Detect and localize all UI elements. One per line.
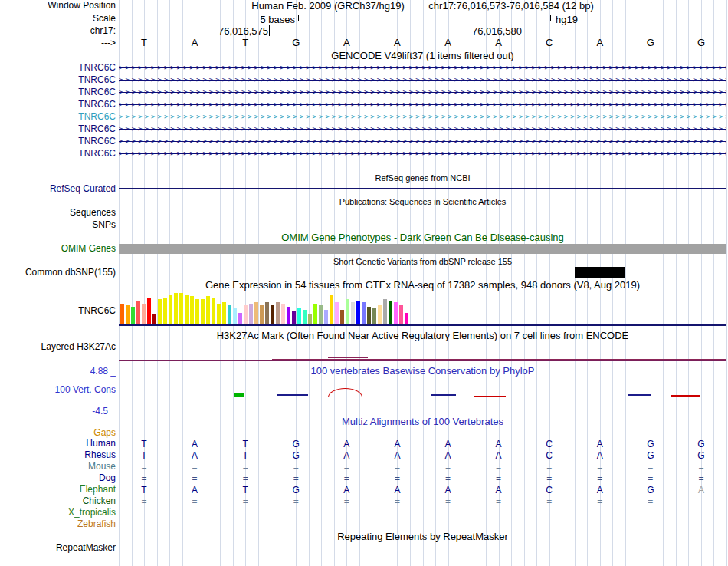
gtex-bar[interactable] xyxy=(206,296,210,325)
snps-track-label[interactable]: SNPs xyxy=(0,220,116,230)
species-label-dog[interactable]: Dog xyxy=(0,473,116,483)
species-label-human[interactable]: Human xyxy=(0,439,116,449)
gtex-bar[interactable] xyxy=(308,314,312,325)
gtex-bar[interactable] xyxy=(346,299,349,325)
gtex-bar[interactable] xyxy=(399,305,403,325)
h3k27ac-signal-base[interactable] xyxy=(119,360,726,361)
gtex-bar[interactable] xyxy=(217,304,221,325)
gtex-gene-label[interactable]: TNRC6C xyxy=(0,306,116,316)
gtex-bar[interactable] xyxy=(163,298,167,325)
refseq-curated-feature[interactable] xyxy=(119,188,726,189)
gene-label[interactable]: TNRC6C xyxy=(0,87,116,97)
gene-label[interactable]: TNRC6C xyxy=(0,124,116,134)
gtex-bar[interactable] xyxy=(340,310,344,325)
gtex-bar[interactable] xyxy=(276,302,280,325)
gene-label[interactable]: TNRC6C xyxy=(0,100,116,110)
gtex-bar[interactable] xyxy=(330,295,333,325)
gtex-bar[interactable] xyxy=(297,308,301,325)
transcript-8[interactable]: >>>>>>>>>>>>>>>>>>>>>>>>>>>>>>>>>>>>>>>>… xyxy=(119,147,726,160)
gtex-bar[interactable] xyxy=(319,305,323,325)
transcript-2[interactable]: >>>>>>>>>>>>>>>>>>>>>>>>>>>>>>>>>>>>>>>>… xyxy=(119,74,726,86)
gtex-bar[interactable] xyxy=(201,299,205,325)
repeatmasker-label[interactable]: RepeatMasker xyxy=(0,543,116,553)
dbsnp-title: Short Genetic Variants from dbSNP releas… xyxy=(119,256,726,267)
gene-label[interactable]: TNRC6C xyxy=(0,149,116,159)
layered-h3k27ac-label[interactable]: Layered H3K27Ac xyxy=(0,342,116,352)
transcript-3[interactable]: >>>>>>>>>>>>>>>>>>>>>>>>>>>>>>>>>>>>>>>>… xyxy=(119,86,726,98)
gtex-bar[interactable] xyxy=(271,305,274,325)
gtex-bar[interactable] xyxy=(136,301,140,325)
gaps-label[interactable]: Gaps xyxy=(0,428,116,438)
h3k27ac-signal-peak[interactable] xyxy=(328,357,368,358)
gtex-bar[interactable] xyxy=(212,298,215,325)
gtex-bar[interactable] xyxy=(179,293,183,325)
gtex-bar[interactable] xyxy=(281,304,285,325)
transcript-5[interactable]: >>>>>>>>>>>>>>>>>>>>>>>>>>>>>>>>>>>>>>>>… xyxy=(119,110,726,123)
gtex-bar[interactable] xyxy=(120,304,124,325)
gtex-bar[interactable] xyxy=(324,310,328,325)
omim-gene-feature[interactable] xyxy=(119,244,726,254)
alignment-cell: = xyxy=(625,473,676,484)
dbsnp-variant-feature[interactable] xyxy=(575,267,625,278)
gtex-bar[interactable] xyxy=(126,305,130,325)
gtex-bar[interactable] xyxy=(131,307,135,325)
gtex-bar[interactable] xyxy=(254,302,258,325)
species-label-elephant[interactable]: Elephant xyxy=(0,485,116,495)
gtex-bar[interactable] xyxy=(195,299,199,325)
sequences-track-label[interactable]: Sequences xyxy=(0,208,116,218)
scale-label[interactable]: Scale xyxy=(0,14,116,24)
gtex-bar[interactable] xyxy=(313,304,317,325)
species-label-x_tropicalis[interactable]: X_tropicalis xyxy=(0,508,116,518)
gtex-bar[interactable] xyxy=(260,305,264,325)
gtex-bar[interactable] xyxy=(222,302,226,325)
gtex-bar[interactable] xyxy=(228,305,231,325)
omim-genes-label[interactable]: OMIM Genes xyxy=(0,244,116,254)
gtex-bar[interactable] xyxy=(362,302,366,325)
gene-label[interactable]: TNRC6C xyxy=(0,137,116,146)
refseq-curated-label[interactable]: RefSeq Curated xyxy=(0,184,116,194)
gtex-bar[interactable] xyxy=(185,295,189,325)
gene-label[interactable]: TNRC6C xyxy=(0,112,116,122)
gtex-bar[interactable] xyxy=(152,314,156,325)
gene-label[interactable]: TNRC6C xyxy=(0,75,116,85)
gtex-bar[interactable] xyxy=(303,310,307,325)
gtex-bar[interactable] xyxy=(142,304,146,325)
gtex-bar[interactable] xyxy=(249,304,253,325)
multiz-title: Multiz Alignments of 100 Vertebrates xyxy=(119,416,726,427)
vert-cons-label[interactable]: 100 Vert. Cons xyxy=(0,385,116,395)
gtex-bar[interactable] xyxy=(233,308,237,325)
gtex-bar[interactable] xyxy=(174,293,178,325)
transcript-7[interactable]: >>>>>>>>>>>>>>>>>>>>>>>>>>>>>>>>>>>>>>>>… xyxy=(119,135,726,147)
transcript-1[interactable]: >>>>>>>>>>>>>>>>>>>>>>>>>>>>>>>>>>>>>>>>… xyxy=(119,61,726,74)
gtex-bar[interactable] xyxy=(244,305,248,325)
gtex-bar[interactable] xyxy=(287,307,290,325)
gtex-bar[interactable] xyxy=(356,301,360,325)
gtex-bar[interactable] xyxy=(265,302,269,325)
gtex-bar[interactable] xyxy=(367,307,371,325)
species-label-mouse[interactable]: Mouse xyxy=(0,462,116,472)
gtex-bar[interactable] xyxy=(147,298,151,325)
gtex-bar[interactable] xyxy=(335,302,339,325)
gtex-bar[interactable] xyxy=(238,313,242,325)
h3k27ac-signal-raised[interactable] xyxy=(272,359,726,360)
gtex-bar[interactable] xyxy=(378,305,382,325)
gtex-bar[interactable] xyxy=(389,301,392,325)
gtex-bar[interactable] xyxy=(351,302,355,325)
species-label-chicken[interactable]: Chicken xyxy=(0,496,116,506)
gtex-expression-chart[interactable] xyxy=(120,292,410,325)
gtex-bar[interactable] xyxy=(372,308,376,325)
gene-label[interactable]: TNRC6C xyxy=(0,63,116,73)
gtex-bar[interactable] xyxy=(292,311,296,325)
species-label-rhesus[interactable]: Rhesus xyxy=(0,450,116,460)
gtex-bar[interactable] xyxy=(383,299,387,325)
species-label-zebrafish[interactable]: Zebrafish xyxy=(0,519,116,529)
transcript-6[interactable]: >>>>>>>>>>>>>>>>>>>>>>>>>>>>>>>>>>>>>>>>… xyxy=(119,123,726,135)
gtex-bar[interactable] xyxy=(405,313,408,325)
alignment-cell: A xyxy=(575,439,625,449)
gtex-bar[interactable] xyxy=(394,302,398,325)
gtex-bar[interactable] xyxy=(158,299,162,325)
transcript-4[interactable]: >>>>>>>>>>>>>>>>>>>>>>>>>>>>>>>>>>>>>>>>… xyxy=(119,98,726,110)
gtex-bar[interactable] xyxy=(190,296,194,325)
gtex-bar[interactable] xyxy=(169,295,172,325)
common-dbsnp-label[interactable]: Common dbSNP(155) xyxy=(0,268,116,278)
